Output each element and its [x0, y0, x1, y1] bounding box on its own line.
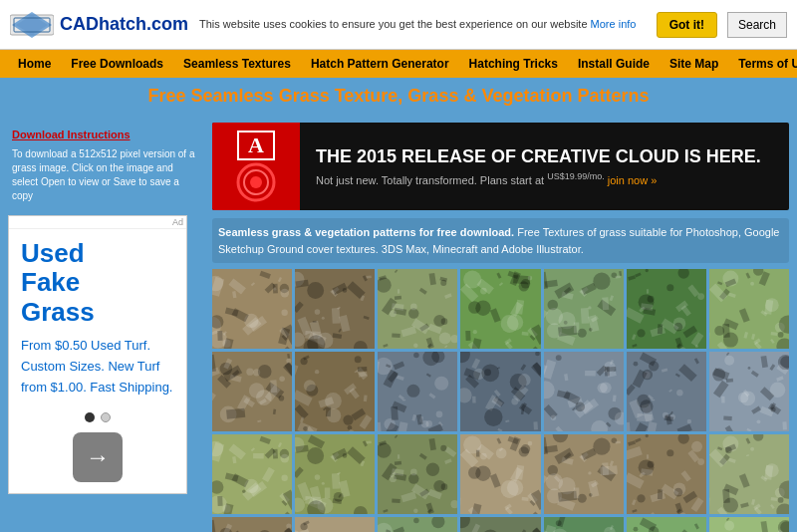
- svg-point-612: [697, 458, 704, 465]
- svg-rect-103: [466, 331, 471, 341]
- texture-cell[interactable]: [212, 517, 292, 532]
- texture-cell[interactable]: [460, 269, 540, 349]
- download-instructions-link[interactable]: Download Instructions: [12, 129, 131, 140]
- texture-cell[interactable]: [295, 269, 375, 349]
- texture-cell[interactable]: [378, 517, 457, 532]
- svg-point-283: [344, 415, 354, 425]
- svg-rect-334: [534, 421, 539, 429]
- ad-dot-1[interactable]: [85, 412, 95, 422]
- ad-content: Used Fake Grass From $0.50 Used Turf. Cu…: [9, 229, 186, 408]
- texture-cell[interactable]: [627, 517, 706, 532]
- svg-point-438: [747, 367, 750, 370]
- svg-point-265: [315, 370, 319, 374]
- nav-item-seamless-textures[interactable]: Seamless Textures: [173, 52, 301, 76]
- svg-point-70: [439, 332, 451, 344]
- svg-point-485: [315, 475, 321, 481]
- svg-rect-80: [398, 289, 399, 293]
- svg-rect-425: [782, 421, 787, 429]
- texture-cell[interactable]: [460, 352, 540, 431]
- svg-point-500: [334, 492, 344, 502]
- texture-cell[interactable]: [460, 517, 540, 532]
- svg-point-553: [521, 444, 531, 454]
- download-instructions-body: To download a 512x512 pixel version of a…: [12, 147, 198, 203]
- svg-point-252: [258, 365, 272, 379]
- svg-rect-813: [627, 517, 706, 532]
- nav-item-site-map[interactable]: Site Map: [660, 52, 728, 76]
- texture-cell[interactable]: [295, 352, 375, 431]
- svg-point-169: [645, 269, 648, 272]
- texture-cell[interactable]: [627, 269, 706, 349]
- svg-rect-433: [726, 379, 733, 383]
- svg-point-562: [496, 448, 507, 459]
- svg-point-848: [724, 521, 734, 531]
- got-it-button[interactable]: Got it!: [657, 12, 717, 38]
- page-title-bar: Free Seamless Grass Texture, Grass & Veg…: [0, 78, 797, 115]
- ad-arrow-icon: →: [86, 443, 110, 471]
- ad-banner-cta[interactable]: join now »: [608, 174, 658, 186]
- svg-point-615: [637, 495, 645, 503]
- texture-cell[interactable]: [212, 352, 292, 431]
- svg-point-376: [575, 402, 585, 412]
- cookie-notice: This website uses cookies to ensure you …: [199, 17, 647, 32]
- nav-item-home[interactable]: Home: [8, 52, 61, 76]
- texture-cell[interactable]: [295, 517, 375, 532]
- svg-point-277: [304, 380, 316, 392]
- svg-rect-162: [627, 269, 706, 349]
- svg-point-832: [633, 527, 638, 532]
- texture-cell[interactable]: [709, 434, 789, 514]
- texture-cell[interactable]: [627, 352, 706, 431]
- svg-point-634: [778, 497, 784, 503]
- svg-rect-462: [273, 449, 278, 459]
- svg-point-392: [686, 419, 690, 423]
- svg-rect-285: [326, 406, 331, 416]
- svg-point-454: [281, 475, 287, 481]
- svg-point-525: [413, 509, 417, 513]
- ad-dot-2[interactable]: [101, 412, 111, 422]
- site-logo-text[interactable]: CADhatch.com: [60, 14, 188, 35]
- texture-cell[interactable]: [378, 269, 457, 349]
- texture-cell[interactable]: [212, 434, 292, 514]
- svg-point-184: [637, 329, 645, 337]
- svg-rect-511: [398, 454, 399, 458]
- texture-cell[interactable]: [378, 352, 457, 431]
- nav-item-hatching-tricks[interactable]: Hatching Tricks: [459, 52, 568, 76]
- texture-cell[interactable]: [709, 269, 789, 349]
- ad-banner-logo-area: A: [212, 123, 300, 210]
- svg-point-531: [426, 463, 439, 476]
- svg-point-206: [750, 282, 754, 286]
- svg-point-23: [281, 310, 287, 316]
- svg-point-550: [468, 467, 481, 480]
- texture-cell[interactable]: [544, 352, 624, 431]
- cookie-more-info-link[interactable]: More info: [591, 18, 637, 30]
- texture-cell[interactable]: [709, 352, 789, 431]
- svg-point-243: [279, 377, 285, 383]
- nav-item-terms-of-use[interactable]: Terms of Use: [728, 52, 797, 76]
- texture-cell[interactable]: [544, 517, 624, 532]
- svg-rect-96: [395, 296, 401, 300]
- svg-point-110: [480, 288, 487, 295]
- nav-item-free-downloads[interactable]: Free Downloads: [61, 52, 173, 76]
- texture-cell[interactable]: [627, 434, 706, 514]
- ad-banner[interactable]: A THE 2015 RELEASE OF CREATIVE CLOUD IS …: [212, 123, 789, 210]
- texture-cell[interactable]: [378, 434, 457, 514]
- svg-point-423: [712, 369, 725, 382]
- texture-cell[interactable]: [544, 269, 624, 349]
- svg-rect-443: [217, 496, 222, 506]
- svg-rect-751: [460, 517, 540, 532]
- ad-next-button[interactable]: →: [73, 432, 123, 482]
- search-button[interactable]: Search: [727, 12, 787, 38]
- texture-cell[interactable]: [212, 269, 292, 349]
- texture-cell[interactable]: [709, 517, 789, 532]
- svg-rect-524: [393, 499, 401, 504]
- logo-icon: [10, 10, 54, 40]
- texture-cell[interactable]: [544, 434, 624, 514]
- svg-point-293: [436, 411, 443, 418]
- texture-cell[interactable]: [295, 434, 375, 514]
- nav-item-install-guide[interactable]: Install Guide: [568, 52, 660, 76]
- description-text: Seamless grass & vegetation patterns for…: [212, 218, 789, 263]
- texture-cell[interactable]: [460, 434, 540, 514]
- svg-point-401: [633, 362, 638, 367]
- nav-item-hatch-pattern-generator[interactable]: Hatch Pattern Generator: [301, 52, 459, 76]
- svg-point-94: [413, 344, 417, 348]
- ad-label: Ad: [9, 216, 186, 229]
